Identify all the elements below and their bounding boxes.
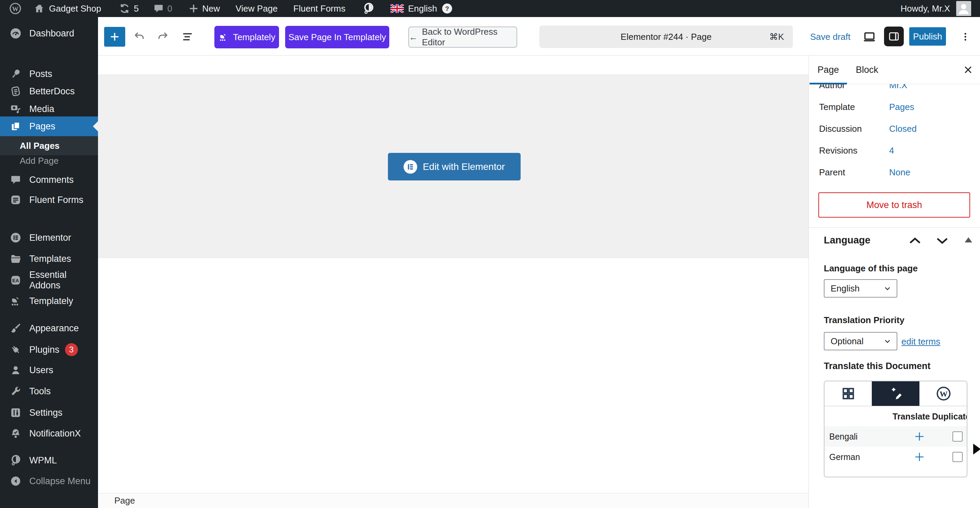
sidebar-item-label: Essential Addons xyxy=(29,270,98,291)
sidebar-item-label: Appearance xyxy=(29,323,79,334)
back-to-wordpress-editor-button[interactable]: ← Back to WordPress Editor xyxy=(408,27,517,48)
sidebar-item-users[interactable]: Users xyxy=(0,360,98,381)
sidebar-item-templately[interactable]: Templately xyxy=(0,290,98,312)
updates-count[interactable]: 5 xyxy=(134,3,138,14)
sidebar-item-label: BetterDocs xyxy=(29,86,75,97)
sidebar-item-pages[interactable]: Pages xyxy=(0,116,98,136)
comments-count[interactable]: 0 xyxy=(167,3,172,14)
sidebar-item-notificationx[interactable]: NotificationX xyxy=(0,423,98,444)
sidebar-item-fluent-forms[interactable]: Fluent Forms xyxy=(0,189,98,210)
sidebar-item-label: Templates xyxy=(29,254,71,264)
translate-document-title: Translate this Document xyxy=(824,361,931,371)
new-menu-item[interactable]: New xyxy=(202,3,220,14)
sidebar-item-label: Plugins xyxy=(29,345,60,355)
translate-row-german: German xyxy=(824,447,967,467)
settings-panel-toggle-button[interactable] xyxy=(884,27,904,46)
sidebar-item-templates[interactable]: Templates xyxy=(0,248,98,269)
translate-tab-edit-selected[interactable] xyxy=(872,381,920,406)
folder-icon xyxy=(9,252,22,266)
updates-icon[interactable] xyxy=(119,3,130,14)
document-breadcrumb-bar: Page xyxy=(98,493,808,508)
document-title-bar[interactable]: Elementor #244 · Page ⌘K xyxy=(539,25,793,48)
move-section-down-button[interactable] xyxy=(935,234,950,247)
duplicate-checkbox[interactable] xyxy=(953,452,963,462)
add-translation-icon[interactable] xyxy=(914,451,925,463)
sidebar-subitem-label: Add Page xyxy=(20,156,59,166)
command-shortcut: ⌘K xyxy=(769,32,784,42)
preview-device-button[interactable] xyxy=(859,27,879,47)
block-inserter-button[interactable] xyxy=(104,27,125,47)
move-section-up-button[interactable] xyxy=(907,234,923,247)
translate-tab-grid[interactable] xyxy=(824,381,872,406)
sidebar-item-label: WPML xyxy=(29,455,57,466)
save-draft-button[interactable]: Save draft xyxy=(810,27,851,47)
accordion-arrow-icon[interactable] xyxy=(965,237,972,242)
page-language-label: Language of this page xyxy=(824,263,918,274)
close-panel-button[interactable] xyxy=(961,62,975,77)
sidebar-item-plugins[interactable]: Plugins 3 xyxy=(0,339,98,360)
view-page-link[interactable]: View Page xyxy=(235,3,278,14)
sidebar-item-label: Elementor xyxy=(29,233,71,243)
template-value-link[interactable]: Pages xyxy=(889,102,914,112)
translate-document-box: W Translate Duplicate Bengali German xyxy=(824,381,967,477)
list-view-button[interactable] xyxy=(178,27,197,47)
sidebar-item-tools[interactable]: Tools xyxy=(0,381,98,402)
tab-page[interactable]: Page xyxy=(810,56,847,84)
edit-with-elementor-button[interactable]: Edit with Elementor xyxy=(388,153,520,180)
collapse-menu-button[interactable]: Collapse Menu xyxy=(0,471,98,492)
options-kebab-button[interactable] xyxy=(957,27,974,47)
translate-tab-wordpress[interactable]: W xyxy=(920,381,967,406)
avatar[interactable] xyxy=(956,1,971,16)
redo-button[interactable] xyxy=(153,27,173,47)
sidebar-subitem-all-pages[interactable]: All Pages xyxy=(0,138,98,153)
wordpress-logo-icon[interactable]: W xyxy=(9,2,22,15)
sidebar-subitem-add-page[interactable]: Add Page xyxy=(0,153,98,168)
essential-addons-icon: EA xyxy=(9,274,22,287)
save-templately-label: Save Page In Templately xyxy=(288,32,386,43)
paintbrush-icon xyxy=(9,322,22,335)
revisions-value-link[interactable]: 4 xyxy=(889,145,894,156)
svg-text:W: W xyxy=(940,390,948,398)
sidebar-item-label: Tools xyxy=(29,386,51,397)
save-page-in-templately-button[interactable]: Save Page In Templately xyxy=(285,26,389,48)
fluent-forms-menu-item[interactable]: Fluent Forms xyxy=(293,3,345,14)
sidebar-item-dashboard[interactable]: Dashboard xyxy=(0,23,98,44)
breadcrumb[interactable]: Page xyxy=(115,495,135,506)
summary-row-parent: Parent None xyxy=(809,161,980,183)
editor-toolbar: Templately Save Page In Templately ← Bac… xyxy=(98,17,980,56)
column-header-duplicate: Duplicate xyxy=(932,407,967,425)
comments-icon[interactable] xyxy=(153,3,164,14)
duplicate-checkbox[interactable] xyxy=(953,432,963,442)
move-to-trash-button[interactable]: Move to trash xyxy=(818,193,970,218)
wpml-logo-icon[interactable] xyxy=(362,2,375,15)
sidebar-item-settings[interactable]: Settings xyxy=(0,402,98,423)
sidebar-item-elementor[interactable]: Elementor xyxy=(0,227,98,248)
sidebar-item-appearance[interactable]: Appearance xyxy=(0,318,98,339)
user-icon xyxy=(9,363,22,377)
edit-with-elementor-label: Edit with Elementor xyxy=(423,161,504,172)
admin-language-label[interactable]: English xyxy=(408,3,437,14)
parent-value-link[interactable]: None xyxy=(889,167,910,178)
discussion-value-link[interactable]: Closed xyxy=(889,124,917,134)
templately-button[interactable]: Templately xyxy=(215,26,279,48)
howdy-account-link[interactable]: Howdy, Mr.X xyxy=(901,3,950,14)
undo-button[interactable] xyxy=(129,27,149,47)
mouse-cursor xyxy=(973,444,980,455)
translation-priority-select[interactable]: Optional xyxy=(824,332,897,350)
plugins-update-badge: 3 xyxy=(65,343,78,356)
wrench-icon xyxy=(9,384,22,398)
sidebar-item-essential-addons[interactable]: EA Essential Addons xyxy=(0,270,98,291)
sidebar-item-wpml[interactable]: WPML xyxy=(0,450,98,471)
tab-block[interactable]: Block xyxy=(848,56,886,84)
page-language-select[interactable]: English xyxy=(824,279,897,298)
help-icon[interactable]: ? xyxy=(442,3,453,14)
sidebar-item-comments[interactable]: Comments xyxy=(0,169,98,190)
svg-text:W: W xyxy=(12,5,19,13)
add-translation-icon[interactable] xyxy=(914,431,925,442)
settings-sliders-icon xyxy=(9,406,22,419)
sidebar-item-label: Fluent Forms xyxy=(29,195,83,205)
edit-terms-link[interactable]: edit terms xyxy=(901,336,940,347)
plugin-icon xyxy=(9,343,22,357)
publish-button[interactable]: Publish xyxy=(909,27,946,46)
site-name-link[interactable]: Gadget Shop xyxy=(49,3,101,14)
